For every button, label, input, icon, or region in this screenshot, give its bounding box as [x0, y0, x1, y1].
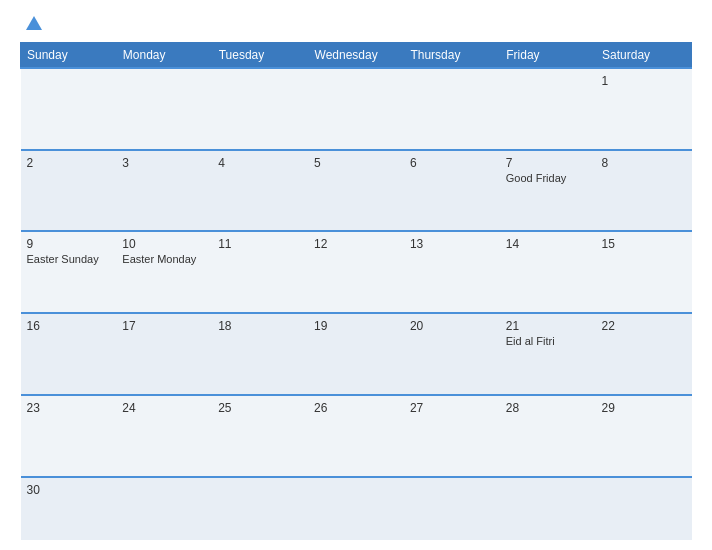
calendar-cell: [404, 477, 500, 540]
logo: [20, 16, 46, 30]
calendar-cell: 23: [21, 395, 117, 477]
calendar-cell: [308, 68, 404, 150]
cell-date: 8: [602, 156, 686, 170]
cell-date: 14: [506, 237, 590, 251]
cell-date: 29: [602, 401, 686, 415]
cell-date: 23: [27, 401, 111, 415]
calendar-cell: [404, 68, 500, 150]
calendar-week-row: 30: [21, 477, 692, 540]
cell-event: Eid al Fitri: [506, 335, 590, 347]
calendar-cell: [116, 68, 212, 150]
calendar-cell: 12: [308, 231, 404, 313]
calendar-cell: 13: [404, 231, 500, 313]
calendar-cell: [500, 68, 596, 150]
calendar-cell: 5: [308, 150, 404, 232]
calendar-cell: 6: [404, 150, 500, 232]
cell-date: 9: [27, 237, 111, 251]
calendar-cell: 14: [500, 231, 596, 313]
cell-date: 25: [218, 401, 302, 415]
calendar-cell: 26: [308, 395, 404, 477]
logo-triangle-icon: [26, 16, 42, 30]
cell-date: 28: [506, 401, 590, 415]
calendar-week-row: 161718192021Eid al Fitri22: [21, 313, 692, 395]
weekday-header: SundayMondayTuesdayWednesdayThursdayFrid…: [21, 43, 692, 69]
cell-event: Easter Monday: [122, 253, 206, 265]
weekday-sunday: Sunday: [21, 43, 117, 69]
calendar-header: [20, 16, 692, 30]
calendar-cell: 16: [21, 313, 117, 395]
calendar-cell: 25: [212, 395, 308, 477]
calendar-cell: [308, 477, 404, 540]
cell-date: 5: [314, 156, 398, 170]
calendar-cell: 28: [500, 395, 596, 477]
cell-date: 26: [314, 401, 398, 415]
cell-date: 24: [122, 401, 206, 415]
cell-event: Easter Sunday: [27, 253, 111, 265]
cell-date: 15: [602, 237, 686, 251]
cell-date: 3: [122, 156, 206, 170]
calendar-week-row: 1: [21, 68, 692, 150]
cell-date: 19: [314, 319, 398, 333]
calendar-cell: 18: [212, 313, 308, 395]
cell-date: 17: [122, 319, 206, 333]
calendar-cell: 11: [212, 231, 308, 313]
cell-date: 10: [122, 237, 206, 251]
calendar-week-row: 9Easter Sunday10Easter Monday1112131415: [21, 231, 692, 313]
calendar-cell: 8: [596, 150, 692, 232]
cell-date: 2: [27, 156, 111, 170]
cell-date: 16: [27, 319, 111, 333]
calendar-cell: [212, 68, 308, 150]
weekday-wednesday: Wednesday: [308, 43, 404, 69]
calendar-cell: 22: [596, 313, 692, 395]
weekday-tuesday: Tuesday: [212, 43, 308, 69]
calendar-cell: 3: [116, 150, 212, 232]
weekday-thursday: Thursday: [404, 43, 500, 69]
calendar-cell: 27: [404, 395, 500, 477]
calendar-cell: 2: [21, 150, 117, 232]
cell-event: Good Friday: [506, 172, 590, 184]
calendar-cell: 4: [212, 150, 308, 232]
calendar-week-row: 23242526272829: [21, 395, 692, 477]
calendar-table: SundayMondayTuesdayWednesdayThursdayFrid…: [20, 42, 692, 540]
calendar-cell: 10Easter Monday: [116, 231, 212, 313]
calendar-body: 1234567Good Friday89Easter Sunday10Easte…: [21, 68, 692, 540]
cell-date: 21: [506, 319, 590, 333]
calendar-week-row: 234567Good Friday8: [21, 150, 692, 232]
weekday-monday: Monday: [116, 43, 212, 69]
weekday-friday: Friday: [500, 43, 596, 69]
cell-date: 12: [314, 237, 398, 251]
cell-date: 7: [506, 156, 590, 170]
cell-date: 11: [218, 237, 302, 251]
calendar-cell: [212, 477, 308, 540]
calendar-cell: 17: [116, 313, 212, 395]
cell-date: 22: [602, 319, 686, 333]
calendar-cell: [21, 68, 117, 150]
cell-date: 18: [218, 319, 302, 333]
calendar-cell: 20: [404, 313, 500, 395]
calendar-cell: 15: [596, 231, 692, 313]
calendar-cell: 29: [596, 395, 692, 477]
cell-date: 6: [410, 156, 494, 170]
cell-date: 20: [410, 319, 494, 333]
cell-date: 1: [602, 74, 686, 88]
calendar-cell: [116, 477, 212, 540]
calendar-cell: 9Easter Sunday: [21, 231, 117, 313]
calendar-cell: 19: [308, 313, 404, 395]
calendar-page: SundayMondayTuesdayWednesdayThursdayFrid…: [0, 0, 712, 550]
weekday-saturday: Saturday: [596, 43, 692, 69]
calendar-cell: 21Eid al Fitri: [500, 313, 596, 395]
calendar-cell: 1: [596, 68, 692, 150]
cell-date: 30: [27, 483, 111, 497]
calendar-cell: [500, 477, 596, 540]
cell-date: 27: [410, 401, 494, 415]
calendar-cell: 30: [21, 477, 117, 540]
calendar-header-row: SundayMondayTuesdayWednesdayThursdayFrid…: [21, 43, 692, 69]
cell-date: 4: [218, 156, 302, 170]
calendar-cell: [596, 477, 692, 540]
calendar-cell: 24: [116, 395, 212, 477]
cell-date: 13: [410, 237, 494, 251]
calendar-cell: 7Good Friday: [500, 150, 596, 232]
